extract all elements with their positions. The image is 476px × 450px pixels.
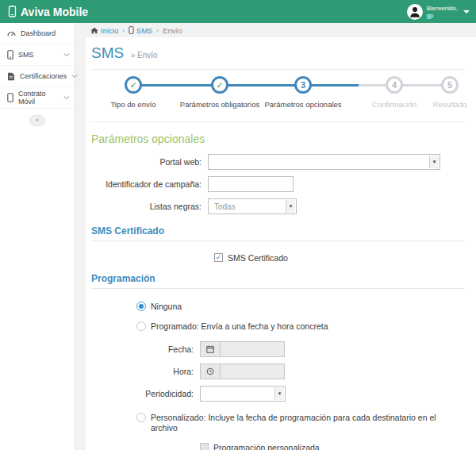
- portal-web-row: Portal web: ▼: [90, 154, 465, 170]
- radio-personalizado-row[interactable]: Personalizado: Incluye la fecha de progr…: [90, 413, 465, 433]
- radio-programado-row[interactable]: Programado: Envía a una fecha y hora con…: [90, 321, 465, 332]
- certificate-icon: [7, 72, 15, 81]
- fecha-input-group: [200, 341, 285, 357]
- avatar: [407, 4, 423, 20]
- periodicidad-label: Periodicidad:: [90, 389, 200, 398]
- chevron-down-icon: ▼: [286, 200, 295, 213]
- user-menu[interactable]: Bienvenido, gp: [407, 4, 470, 20]
- personalizado-radio-label: Personalizado: Incluye la fecha de progr…: [151, 413, 465, 433]
- hora-label: Hora:: [90, 367, 200, 376]
- app-header: Aviva Mobile Bienvenido, gp: [0, 0, 476, 23]
- campaign-id-row: Identificador de campaña:: [90, 176, 465, 192]
- listas-negras-row: Listas negras: Todas ▼: [90, 198, 465, 214]
- chevron-down-icon: [63, 95, 70, 100]
- listas-negras-select[interactable]: Todas ▼: [208, 198, 297, 214]
- breadcrumb-separator: ›: [156, 27, 159, 34]
- brand-title: Aviva Mobile: [21, 6, 88, 18]
- chevron-down-icon: ▼: [429, 156, 439, 168]
- periodicidad-select[interactable]: ▼: [200, 386, 286, 402]
- sidebar-item-certificaciones[interactable]: Certificaciones: [0, 66, 75, 87]
- radio-ninguna-row[interactable]: Ninguna: [90, 302, 465, 312]
- sidebar-item-dashboard[interactable]: Dashboard: [0, 23, 75, 44]
- breadcrumb-sms-link[interactable]: SMS: [129, 26, 153, 35]
- chevron-down-icon: [63, 52, 70, 57]
- breadcrumb-home-link[interactable]: Inicio: [90, 26, 118, 35]
- sidebar-item-contrato-movil[interactable]: Contrato Móvil: [0, 87, 75, 109]
- sidebar-item-label: SMS: [18, 51, 59, 59]
- sidebar-item-label: Certificaciones: [20, 72, 67, 80]
- step-3-label: Parámetros opcionales: [264, 100, 341, 109]
- sidebar: Dashboard SMS Certificaciones Contrato M…: [0, 23, 75, 450]
- programado-radio-label: Programado: Envía a una fecha y hora con…: [151, 321, 328, 332]
- chevron-down-icon: ▼: [274, 387, 284, 400]
- step-5-circle: 5: [441, 76, 459, 94]
- breadcrumb-current: Envío: [163, 26, 182, 35]
- listas-negras-label: Listas negras:: [90, 202, 208, 211]
- content-panel: SMS » Envío ✓ ✓ 3 4 5 Tipo de envío Pará…: [86, 37, 476, 450]
- personalizado-radio[interactable]: [136, 413, 146, 422]
- step-2-circle[interactable]: ✓: [211, 76, 228, 94]
- page-title: SMS: [91, 44, 124, 61]
- programacion-personalizada-checkbox-label: Programación personalizada: [213, 443, 320, 450]
- phone-icon: [129, 26, 134, 34]
- section-heading-parametros-opcionales: Parámetros opcionales: [91, 133, 465, 145]
- page-subtitle: » Envío: [131, 51, 158, 60]
- hora-input-group: [200, 363, 285, 379]
- fecha-row: Fecha:: [90, 341, 465, 357]
- chevron-down-icon: [71, 74, 78, 79]
- breadcrumb: Inicio › SMS › Envío: [86, 23, 476, 37]
- chevron-down-icon: [463, 10, 470, 13]
- breadcrumb-separator: ›: [122, 27, 125, 34]
- step-5-label: Resultado: [433, 100, 467, 109]
- brand[interactable]: Aviva Mobile: [8, 6, 88, 18]
- welcome-text: Bienvenido, gp: [427, 5, 458, 19]
- step-2-label: Parámetros obligatorios: [180, 100, 259, 109]
- page-title-row: SMS » Envío: [90, 43, 465, 70]
- section-heading-programacion: Programación: [91, 273, 465, 289]
- wizard-stepper: ✓ ✓ 3 4 5 Tipo de envío Parámetros oblig…: [90, 76, 465, 122]
- step-4-label: Confirmación: [372, 100, 416, 109]
- programado-radio[interactable]: [136, 321, 146, 331]
- fecha-label: Fecha:: [90, 344, 200, 354]
- campaign-id-label: Identificador de campaña:: [90, 179, 208, 189]
- hora-input[interactable]: [220, 363, 285, 379]
- portal-web-select[interactable]: ▼: [208, 154, 440, 170]
- step-3-circle[interactable]: 3: [294, 76, 312, 94]
- sidebar-collapse-button[interactable]: «: [29, 115, 45, 126]
- phone-icon: [7, 50, 13, 60]
- sms-certificado-checkbox-row[interactable]: ✓ SMS Certificado: [90, 253, 465, 263]
- tachometer-icon: [7, 29, 16, 38]
- ninguna-radio-label: Ninguna: [151, 302, 182, 312]
- portal-web-label: Portal web:: [90, 157, 208, 167]
- programacion-personalizada-checkbox[interactable]: [200, 443, 209, 450]
- stepper-progress-line: [133, 84, 359, 87]
- ninguna-radio[interactable]: [136, 302, 146, 311]
- programacion-personalizada-checkbox-row[interactable]: Programación personalizada: [90, 443, 465, 450]
- fecha-input[interactable]: [220, 341, 285, 357]
- sidebar-item-label: Contrato Móvil: [18, 90, 59, 106]
- sms-certificado-checkbox-label: SMS Certificado: [228, 253, 288, 263]
- check-icon: ✓: [129, 81, 136, 90]
- sidebar-item-label: Dashboard: [21, 29, 70, 37]
- calendar-icon: [200, 341, 220, 357]
- sidebar-item-sms[interactable]: SMS: [0, 44, 75, 66]
- mobile-icon: [7, 93, 13, 102]
- campaign-id-input[interactable]: [208, 176, 294, 192]
- hora-row: Hora:: [90, 363, 465, 379]
- mobile-icon: [8, 6, 17, 17]
- step-4-circle: 4: [386, 76, 403, 94]
- periodicidad-row: Periodicidad: ▼: [90, 386, 465, 402]
- home-icon: [90, 27, 98, 34]
- clock-icon: [200, 363, 220, 379]
- step-1-label: Tipo de envío: [110, 100, 155, 109]
- sms-certificado-checkbox[interactable]: ✓: [214, 253, 223, 262]
- check-icon: ✓: [216, 81, 223, 90]
- stepper-remaining-line: [359, 84, 450, 87]
- step-1-circle[interactable]: ✓: [125, 76, 142, 94]
- section-heading-sms-certificado: SMS Certificado: [91, 225, 465, 241]
